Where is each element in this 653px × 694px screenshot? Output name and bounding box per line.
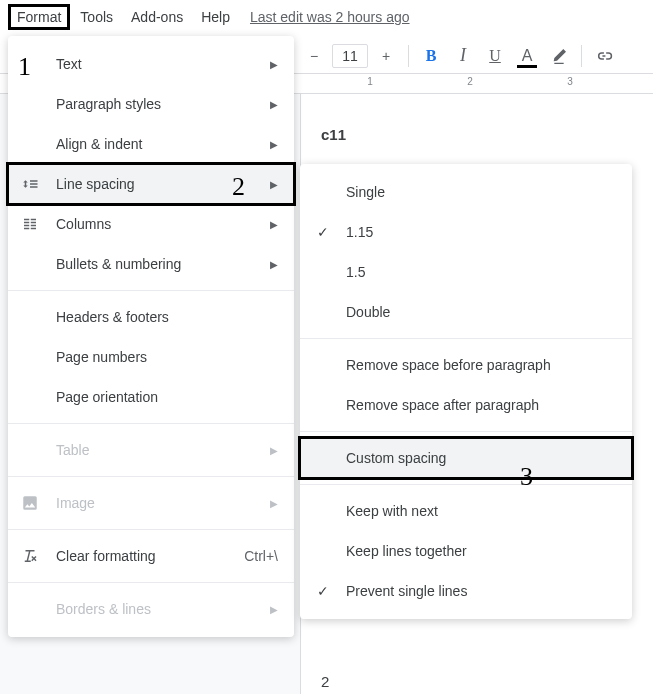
menu-separator	[8, 529, 294, 530]
menu-bar: Format Tools Add-ons Help Last edit was …	[0, 0, 653, 34]
menu-item-bullets-numbering[interactable]: Bullets & numbering ▶	[8, 244, 294, 284]
decrease-font-button[interactable]: −	[300, 42, 328, 70]
bold-button[interactable]: B	[417, 42, 445, 70]
check-icon: ✓	[314, 583, 332, 599]
blank-icon	[20, 440, 40, 460]
spacing-115[interactable]: ✓ 1.15	[300, 212, 632, 252]
menu-item-label: Columns	[56, 216, 254, 232]
keep-lines-together[interactable]: Keep lines together	[300, 531, 632, 571]
line-spacing-icon	[20, 174, 40, 194]
chevron-right-icon: ▶	[270, 139, 278, 150]
menu-item-shortcut: Ctrl+\	[244, 548, 278, 564]
menu-item-line-spacing[interactable]: Line spacing ▶	[8, 164, 294, 204]
menu-item-label: Page numbers	[56, 349, 278, 365]
chevron-right-icon: ▶	[270, 99, 278, 110]
annotation-step-3: 3	[520, 462, 533, 492]
text-color-button[interactable]: A	[513, 42, 541, 70]
menu-item-label: Text	[56, 56, 254, 72]
chevron-right-icon: ▶	[270, 59, 278, 70]
menu-item-label: Clear formatting	[56, 548, 228, 564]
keep-with-next[interactable]: Keep with next	[300, 491, 632, 531]
chevron-right-icon: ▶	[270, 445, 278, 456]
menu-tools[interactable]: Tools	[72, 5, 121, 29]
prevent-single-lines[interactable]: ✓ Prevent single lines	[300, 571, 632, 611]
chevron-right-icon: ▶	[270, 179, 278, 190]
menu-item-label: Borders & lines	[56, 601, 254, 617]
blank-icon	[20, 347, 40, 367]
menu-item-text[interactable]: Text ▶	[8, 44, 294, 84]
line-spacing-submenu: Single ✓ 1.15 1.5 Double Remove space be…	[300, 164, 632, 619]
remove-space-before[interactable]: Remove space before paragraph	[300, 345, 632, 385]
submenu-label: 1.15	[346, 224, 616, 240]
blank-icon	[20, 94, 40, 114]
spacing-single[interactable]: Single	[300, 172, 632, 212]
toolbar-separator	[408, 45, 409, 67]
custom-spacing[interactable]: Custom spacing	[300, 438, 632, 478]
menu-item-borders-lines: Borders & lines ▶	[8, 589, 294, 629]
menu-format[interactable]: Format	[8, 4, 70, 30]
submenu-label: Custom spacing	[346, 450, 616, 466]
submenu-label: Prevent single lines	[346, 583, 616, 599]
format-menu: Text ▶ Paragraph styles ▶ Align & indent…	[8, 36, 294, 637]
link-icon	[595, 47, 613, 65]
menu-separator	[8, 290, 294, 291]
spacing-15[interactable]: 1.5	[300, 252, 632, 292]
annotation-step-1: 1	[18, 52, 31, 82]
chevron-right-icon: ▶	[270, 259, 278, 270]
submenu-label: Double	[346, 304, 616, 320]
menu-item-label: Paragraph styles	[56, 96, 254, 112]
annotation-step-2: 2	[232, 172, 245, 202]
image-icon	[20, 493, 40, 513]
menu-separator	[8, 582, 294, 583]
menu-item-label: Line spacing	[56, 176, 254, 192]
spacing-double[interactable]: Double	[300, 292, 632, 332]
blank-icon	[20, 599, 40, 619]
blank-icon	[20, 387, 40, 407]
highlight-button[interactable]	[545, 42, 573, 70]
menu-item-paragraph-styles[interactable]: Paragraph styles ▶	[8, 84, 294, 124]
page-text: 2	[321, 673, 639, 690]
menu-item-table: Table ▶	[8, 430, 294, 470]
last-edit-link[interactable]: Last edit was 2 hours ago	[250, 9, 410, 25]
menu-item-align-indent[interactable]: Align & indent ▶	[8, 124, 294, 164]
menu-help[interactable]: Help	[193, 5, 238, 29]
blank-icon	[20, 134, 40, 154]
ruler-mark: 2	[460, 76, 480, 87]
insert-link-button[interactable]	[590, 42, 618, 70]
remove-space-after[interactable]: Remove space after paragraph	[300, 385, 632, 425]
menu-item-page-numbers[interactable]: Page numbers	[8, 337, 294, 377]
menu-item-columns[interactable]: Columns ▶	[8, 204, 294, 244]
menu-item-image: Image ▶	[8, 483, 294, 523]
highlighter-icon	[551, 48, 567, 64]
underline-button[interactable]: U	[481, 42, 509, 70]
menu-item-label: Bullets & numbering	[56, 256, 254, 272]
submenu-label: Keep lines together	[346, 543, 616, 559]
menu-item-headers-footers[interactable]: Headers & footers	[8, 297, 294, 337]
submenu-label: 1.5	[346, 264, 616, 280]
chevron-right-icon: ▶	[270, 604, 278, 615]
menu-item-label: Image	[56, 495, 254, 511]
menu-item-label: Table	[56, 442, 254, 458]
ruler-mark: 3	[560, 76, 580, 87]
blank-icon	[20, 254, 40, 274]
ruler-mark: 1	[360, 76, 380, 87]
menu-addons[interactable]: Add-ons	[123, 5, 191, 29]
clear-format-icon	[20, 546, 40, 566]
menu-item-clear-formatting[interactable]: Clear formatting Ctrl+\	[8, 536, 294, 576]
menu-item-page-orientation[interactable]: Page orientation	[8, 377, 294, 417]
page-heading: c11	[321, 126, 639, 143]
increase-font-button[interactable]: +	[372, 42, 400, 70]
submenu-label: Remove space before paragraph	[346, 357, 616, 373]
submenu-label: Keep with next	[346, 503, 616, 519]
font-size-input[interactable]: 11	[332, 44, 368, 68]
menu-separator	[300, 431, 632, 432]
italic-button[interactable]: I	[449, 42, 477, 70]
toolbar-separator	[581, 45, 582, 67]
submenu-label: Remove space after paragraph	[346, 397, 616, 413]
menu-separator	[8, 476, 294, 477]
chevron-right-icon: ▶	[270, 219, 278, 230]
columns-icon	[20, 214, 40, 234]
blank-icon	[20, 307, 40, 327]
menu-separator	[8, 423, 294, 424]
menu-separator	[300, 338, 632, 339]
